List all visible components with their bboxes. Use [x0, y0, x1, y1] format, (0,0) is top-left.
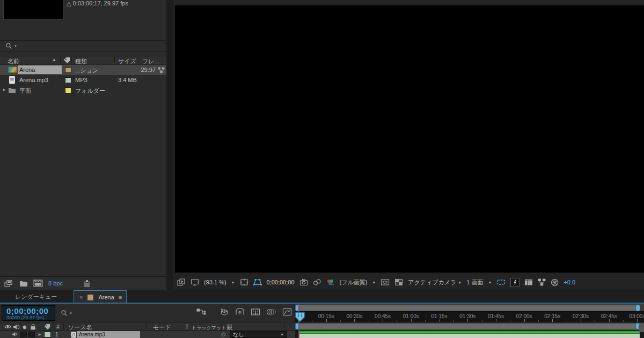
view-dropdown-arrow[interactable]: ▼ [458, 281, 462, 284]
column-source-name[interactable]: ソース名 [68, 324, 92, 332]
work-area-bar[interactable] [295, 322, 644, 330]
lock-icon[interactable] [30, 324, 36, 330]
video-visibility-icon[interactable] [4, 324, 11, 329]
column-parent[interactable]: 親 [226, 324, 232, 332]
show-channel-icon[interactable] [326, 278, 335, 286]
expand-icon[interactable]: ► [2, 87, 6, 92]
interpret-footage-icon[interactable] [4, 280, 14, 288]
switch-box[interactable] [20, 332, 27, 337]
timeline-button-icon[interactable] [524, 278, 533, 286]
tab-render-queue[interactable]: レンダーキュー [15, 293, 57, 301]
column-size[interactable]: サイズ [118, 57, 136, 65]
column-divider[interactable] [60, 57, 61, 63]
column-type[interactable]: 種類 [75, 57, 87, 65]
new-folder-icon[interactable] [19, 280, 28, 287]
audio-on-icon[interactable] [12, 332, 18, 337]
motion-blur-icon[interactable] [266, 308, 276, 316]
draft-3d-icon[interactable] [219, 307, 229, 316]
navigator-range[interactable] [299, 305, 636, 311]
composition-toolbar: (93.1 %) ▼ 0;00;00;00 (フル画質) ▼ [173, 275, 644, 290]
pickwhip-icon[interactable]: ◎ [221, 331, 226, 337]
item-name-selected[interactable]: Arena [18, 65, 62, 74]
grid-guides-icon[interactable] [253, 278, 262, 286]
column-t[interactable]: T [185, 324, 189, 330]
frame-blend-icon[interactable] [251, 308, 260, 316]
item-name[interactable]: Arena.mp3 [19, 77, 48, 83]
bit-depth-button[interactable]: 8 bpc [48, 280, 63, 286]
scrollbar-corner[interactable] [639, 324, 644, 332]
menu-icon[interactable]: ≡ [119, 294, 122, 300]
timeline-search[interactable]: ▼ [61, 310, 72, 317]
new-composition-icon[interactable] [33, 280, 43, 287]
project-search[interactable]: ▼ [0, 40, 166, 52]
label-swatch[interactable] [65, 77, 71, 83]
column-divider[interactable] [114, 57, 115, 63]
label-swatch[interactable] [65, 87, 71, 93]
layout-dropdown-arrow[interactable]: ▼ [488, 281, 492, 284]
preview-info: △ 0;03;00;17, 29.97 fps [67, 0, 128, 7]
resolution-setting[interactable]: (フル画質) [340, 278, 368, 286]
trash-icon[interactable] [83, 280, 91, 288]
column-divider[interactable] [138, 57, 139, 63]
label-column-icon[interactable] [63, 57, 70, 64]
monitor-icon[interactable] [191, 278, 199, 286]
audio-icon[interactable] [13, 324, 19, 330]
fast-preview-icon[interactable] [510, 278, 519, 287]
table-row[interactable]: ► 平面 フォルダー [0, 85, 166, 95]
search-options-arrow[interactable]: ▼ [69, 312, 72, 315]
layer-row[interactable]: ► 1 Arena.mp3 ◎ なし ▼ [0, 331, 295, 338]
transparency-grid-icon[interactable] [394, 278, 403, 286]
exposure-value[interactable]: +0.0 [564, 279, 575, 285]
timeline-timecode[interactable]: 0;00;00;00 [6, 306, 55, 315]
time-navigator-bar[interactable] [295, 304, 644, 312]
always-preview-icon[interactable] [177, 278, 186, 286]
view-setting[interactable]: アクティブカメラ [408, 278, 456, 286]
mask-visibility-icon[interactable] [496, 278, 506, 286]
column-divider[interactable] [71, 57, 72, 63]
ruler-tick-minor [312, 320, 312, 322]
layer-name-selected[interactable]: Arena.mp3 [77, 331, 140, 338]
snapshot-camera-icon[interactable] [299, 278, 308, 286]
column-name[interactable]: 名前 [8, 57, 19, 65]
switch-box[interactable] [28, 332, 35, 337]
label-swatch[interactable] [65, 67, 71, 73]
sort-ascending-icon[interactable]: ▲ [52, 57, 56, 62]
current-time-field[interactable]: 0;00;00;00 00000 (29.97 fps) [2, 305, 55, 321]
column-number[interactable]: # [56, 324, 60, 330]
zoom-dropdown-arrow[interactable]: ▼ [231, 281, 235, 284]
label-column-icon[interactable] [44, 324, 50, 330]
view-layout-setting[interactable]: 1 画面 [466, 278, 483, 286]
show-snapshot-icon[interactable] [313, 278, 321, 286]
playhead-marker[interactable] [295, 312, 305, 322]
resolution-dropdown-arrow[interactable]: ▼ [372, 281, 376, 284]
column-frame[interactable]: フレ... [142, 57, 159, 65]
search-options-arrow[interactable]: ▼ [14, 45, 17, 48]
roi-icon[interactable] [380, 278, 390, 286]
hide-shy-layers-icon[interactable] [235, 308, 245, 316]
panel-divider[interactable] [166, 0, 173, 290]
ruler-track[interactable]: 0s00:15s00:30s00:45s01:00s01:15s01:30s01… [295, 312, 644, 322]
navigator-end-handle[interactable] [635, 305, 640, 311]
item-name[interactable]: 平面 [19, 87, 31, 95]
table-row[interactable]: Arena.mp3 MP3 3.4 MB [0, 75, 166, 85]
column-mode[interactable]: モード [153, 324, 171, 332]
mini-flowchart-icon[interactable] [196, 308, 206, 316]
column-divider[interactable] [163, 57, 163, 63]
audio-waveform-strip[interactable] [298, 334, 640, 338]
flowchart-icon[interactable] [538, 278, 546, 286]
comp-timecode[interactable]: 0;00;00;00 [267, 279, 295, 285]
close-icon[interactable]: × [79, 294, 83, 300]
parent-dropdown[interactable]: なし ▼ [230, 331, 287, 338]
composition-viewer[interactable] [175, 5, 644, 273]
region-of-interest-icon[interactable] [240, 278, 248, 286]
table-row[interactable]: Arena ...ション 29.97 [0, 65, 166, 75]
exposure-icon[interactable] [551, 278, 559, 286]
project-table-header: 名前 ▲ 種類 サイズ フレ... [0, 56, 166, 64]
solo-icon[interactable] [23, 325, 27, 329]
zoom-level[interactable]: (93.1 %) [204, 279, 226, 285]
layer-label-swatch[interactable] [44, 332, 51, 337]
graph-editor-icon[interactable] [282, 308, 292, 316]
layer-expand-icon[interactable]: ► [38, 332, 42, 337]
tab-arena[interactable]: × Arena ≡ [74, 290, 127, 304]
work-area-range[interactable] [299, 324, 636, 329]
